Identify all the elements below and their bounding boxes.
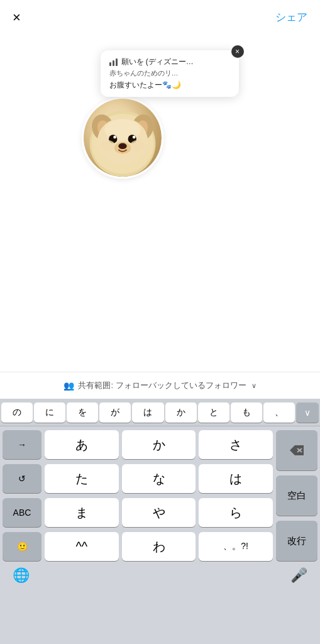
- keyboard-bottom-bar: 🌐 🎤: [0, 561, 320, 590]
- header: × シェア: [0, 0, 320, 35]
- popup-card: × 願いを (ディズニー… 赤ちゃんのためのリ… お腹すいたよー🐾🌙: [101, 50, 239, 97]
- quick-key-mo[interactable]: も: [231, 402, 262, 423]
- popup-close-button[interactable]: ×: [231, 45, 244, 58]
- share-scope-bar[interactable]: 👥 共有範囲: フォローバックしているフォロワー ∨: [0, 372, 320, 399]
- undo-key[interactable]: ↺: [3, 464, 41, 493]
- backspace-key[interactable]: [276, 430, 317, 470]
- space-key[interactable]: 空白: [276, 475, 317, 516]
- popup-message: お腹すいたよー🐾🌙: [109, 80, 230, 91]
- key-sa[interactable]: さ: [199, 430, 273, 459]
- music-bars-icon: [109, 58, 118, 66]
- key-wa[interactable]: わ: [122, 532, 196, 561]
- enter-key[interactable]: 改行: [276, 521, 317, 561]
- popup-title: 願いを (ディズニー…: [121, 57, 194, 67]
- key-ha[interactable]: は: [199, 464, 273, 493]
- backspace-icon: [289, 444, 305, 457]
- svg-point-13: [118, 143, 126, 150]
- emoji-key[interactable]: 🙂: [3, 532, 41, 561]
- quick-access-row: の に を が は か と も 、 ∨: [0, 399, 320, 426]
- quick-key-ni[interactable]: に: [34, 402, 65, 423]
- key-ya[interactable]: や: [122, 498, 196, 527]
- key-caret[interactable]: ^^: [45, 532, 119, 561]
- microphone-icon[interactable]: 🎤: [290, 567, 307, 584]
- key-na[interactable]: な: [122, 464, 196, 493]
- keyboard: の に を が は か と も 、 ∨ → ↺ ABC 🙂 あ か さ: [0, 399, 320, 644]
- quick-key-ka[interactable]: か: [165, 402, 197, 423]
- quick-key-ga[interactable]: が: [99, 402, 131, 423]
- svg-point-14: [100, 140, 114, 151]
- scope-dropdown-arrow: ∨: [251, 382, 257, 390]
- key-ma[interactable]: ま: [45, 498, 119, 527]
- svg-point-11: [132, 136, 135, 139]
- globe-icon[interactable]: 🌐: [13, 567, 30, 584]
- quick-key-ha[interactable]: は: [132, 402, 163, 423]
- quick-key-wo[interactable]: を: [67, 402, 98, 423]
- svg-point-10: [113, 136, 116, 139]
- profile-image: [82, 97, 163, 179]
- close-button[interactable]: ×: [13, 11, 21, 25]
- share-button[interactable]: シェア: [275, 10, 307, 25]
- scope-text: 共有範囲: フォローバックしているフォロワー: [78, 380, 246, 391]
- keyboard-chevron[interactable]: ∨: [296, 402, 319, 423]
- key-ta[interactable]: た: [45, 464, 119, 493]
- quick-key-no[interactable]: の: [1, 402, 33, 423]
- people-icon: 👥: [63, 380, 74, 391]
- key-ra[interactable]: ら: [199, 498, 273, 527]
- popup-subtitle: 赤ちゃんのためのリ…: [109, 69, 230, 78]
- key-punct[interactable]: 、。?!: [199, 532, 273, 561]
- svg-point-15: [130, 140, 145, 151]
- key-ka[interactable]: か: [122, 430, 196, 459]
- quick-key-to[interactable]: と: [198, 402, 229, 423]
- arrow-key[interactable]: →: [3, 430, 41, 459]
- content-area: × 願いを (ディズニー… 赤ちゃんのためのリ… お腹すいたよー🐾🌙: [0, 38, 320, 399]
- abc-key[interactable]: ABC: [3, 498, 41, 527]
- quick-key-comma[interactable]: 、: [263, 402, 295, 423]
- key-a[interactable]: あ: [45, 430, 119, 459]
